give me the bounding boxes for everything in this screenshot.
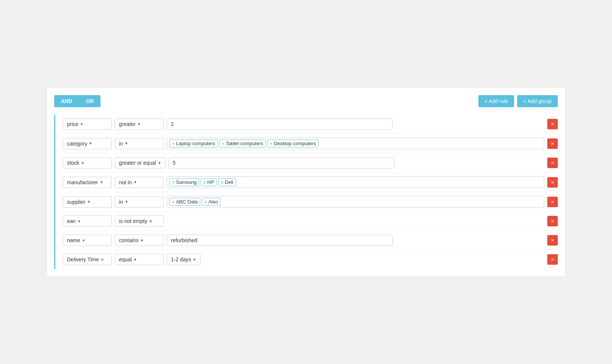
rule-row: ean ▼ is not empty ▼ × <box>63 212 558 231</box>
operator-select-in-supplier[interactable]: in ▼ <box>115 196 164 208</box>
add-group-button[interactable]: + Add group <box>517 95 558 107</box>
tag-label: Tablet computers <box>226 141 263 146</box>
caret-icon: ▼ <box>158 161 161 165</box>
operator-select-not-empty[interactable]: is not empty ▼ <box>115 215 164 227</box>
delete-rule-button[interactable]: × <box>547 197 558 207</box>
tag-remove-icon[interactable]: × <box>172 141 174 146</box>
rule-row: Delivery Time ▼ equal ▼ 1-2 days ▼ × <box>63 250 558 269</box>
operator-label: not in <box>119 179 132 185</box>
logic-buttons: AND OR <box>54 95 100 107</box>
rules-area: price ▼ greater ▼ × category ▼ in ▼ × <box>54 115 558 269</box>
operator-select-greater-equal[interactable]: greater or equal ▼ <box>115 157 166 168</box>
value-dropdown-delivery[interactable]: 1-2 days ▼ <box>167 254 201 265</box>
caret-icon: ▼ <box>77 219 81 223</box>
caret-icon: ▼ <box>81 161 85 165</box>
field-select-ean[interactable]: ean ▼ <box>63 215 112 227</box>
caret-icon: ▼ <box>80 122 84 126</box>
field-select-supplier[interactable]: supplier ▼ <box>63 196 112 208</box>
rule-row: stock ▼ greater or equal ▼ × <box>63 153 558 173</box>
tag-label: Laptop computers <box>176 141 215 146</box>
caret-icon: ▼ <box>133 180 137 184</box>
caret-icon: ▼ <box>149 219 152 223</box>
operator-select-contains[interactable]: contains ▼ <box>115 235 164 246</box>
operator-select-in[interactable]: in ▼ <box>115 138 164 149</box>
tag-remove-icon[interactable]: × <box>222 141 224 146</box>
operator-label: in <box>119 199 123 205</box>
or-button[interactable]: OR <box>79 95 100 107</box>
tag-abc: × ABC Data <box>169 198 200 206</box>
rule-row: category ▼ in ▼ × Laptop computers × Tab… <box>63 134 558 153</box>
field-label: category <box>67 141 87 147</box>
query-builder: AND OR + Add rule + Add group price ▼ gr… <box>46 87 566 277</box>
tag-desktop: × Desktop computers <box>267 140 318 147</box>
add-rule-button[interactable]: + Add rule <box>478 95 514 107</box>
caret-icon: ▼ <box>193 258 196 262</box>
field-select-category[interactable]: category ▼ <box>63 138 112 149</box>
tag-hp: × HP <box>201 178 217 186</box>
delete-rule-button[interactable]: × <box>547 216 558 226</box>
value-input-price[interactable] <box>167 118 393 130</box>
delete-rule-button[interactable]: × <box>547 138 558 149</box>
operator-select-not-in[interactable]: not in ▼ <box>115 177 164 188</box>
tag-label: Also <box>209 199 218 205</box>
tag-label: ABC Data <box>176 199 198 205</box>
field-select-stock[interactable]: stock ▼ <box>63 157 112 168</box>
operator-label: contains <box>119 237 139 243</box>
delete-rule-button[interactable]: × <box>547 119 558 129</box>
caret-icon: ▼ <box>133 258 137 262</box>
delete-rule-button[interactable]: × <box>547 235 558 246</box>
field-label: stock <box>67 160 79 166</box>
top-bar: AND OR + Add rule + Add group <box>54 95 558 107</box>
operator-label: in <box>119 141 123 147</box>
field-select-delivery-time[interactable]: Delivery Time ▼ <box>63 254 112 265</box>
tag-label: Dell <box>225 179 233 185</box>
field-label: Delivery Time <box>67 256 99 262</box>
tag-remove-icon[interactable]: × <box>221 180 223 185</box>
delete-rule-button[interactable]: × <box>547 158 558 168</box>
value-input-stock[interactable] <box>169 157 394 168</box>
field-label: manufacturer <box>67 179 98 185</box>
tag-remove-icon[interactable]: × <box>204 200 207 204</box>
operator-select-equal[interactable]: equal ▼ <box>115 254 164 265</box>
tag-samsung: × Samsung <box>169 178 199 186</box>
caret-icon: ▼ <box>137 122 141 126</box>
action-buttons: + Add rule + Add group <box>478 95 558 107</box>
caret-icon: ▼ <box>125 141 128 146</box>
tags-container-manufacturer: × Samsung × HP × Dell <box>167 176 544 188</box>
caret-icon: ▼ <box>89 141 93 146</box>
tags-container-category: × Laptop computers × Tablet computers × … <box>167 138 544 149</box>
delete-rule-button[interactable]: × <box>547 177 558 188</box>
rule-row: name ▼ contains ▼ × <box>63 231 558 250</box>
tag-remove-icon[interactable]: × <box>172 200 174 204</box>
tag-remove-icon[interactable]: × <box>172 180 174 185</box>
caret-icon: ▼ <box>99 180 103 184</box>
field-label: name <box>67 237 80 243</box>
caret-icon: ▼ <box>100 258 104 262</box>
operator-label: greater or equal <box>119 160 156 166</box>
caret-icon: ▼ <box>125 200 128 204</box>
tags-container-supplier: × ABC Data × Also <box>167 196 544 208</box>
field-select-name[interactable]: name ▼ <box>63 235 112 246</box>
field-label: supplier <box>67 199 85 205</box>
operator-label: greater <box>119 121 135 127</box>
caret-icon: ▼ <box>140 238 144 243</box>
and-button[interactable]: AND <box>54 95 79 107</box>
operator-label: is not empty <box>119 218 147 224</box>
tag-tablet: × Tablet computers <box>219 140 266 147</box>
field-select-manufacturer[interactable]: manufacturer ▼ <box>63 177 112 188</box>
operator-label: equal <box>119 256 132 262</box>
tag-remove-icon[interactable]: × <box>203 180 206 185</box>
tag-laptop: × Laptop computers <box>169 140 218 147</box>
rule-row: supplier ▼ in ▼ × ABC Data × Also × <box>63 192 558 212</box>
tag-dell: × Dell <box>218 178 236 186</box>
operator-select-greater[interactable]: greater ▼ <box>115 118 164 130</box>
dropdown-value-label: 1-2 days <box>171 256 191 262</box>
field-label: ean <box>67 218 76 224</box>
tag-label: Samsung <box>176 179 196 185</box>
rule-row: price ▼ greater ▼ × <box>63 115 558 134</box>
tag-remove-icon[interactable]: × <box>270 141 272 146</box>
delete-rule-button[interactable]: × <box>547 254 558 265</box>
tag-also: × Also <box>202 198 221 206</box>
value-input-name[interactable] <box>167 235 393 246</box>
field-select-price[interactable]: price ▼ <box>63 118 112 130</box>
